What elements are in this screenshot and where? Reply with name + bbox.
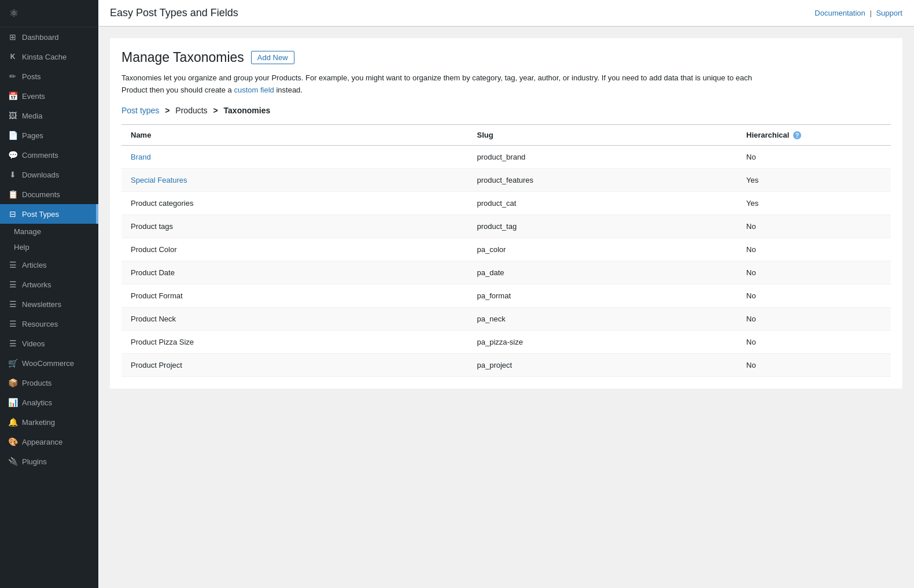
sidebar-item-downloads[interactable]: ⬇ Downloads <box>0 165 98 184</box>
sidebar-item-dashboard[interactable]: ⊞ Dashboard <box>0 27 98 47</box>
sidebar-item-label: Artworks <box>22 280 51 289</box>
artworks-icon: ☰ <box>8 280 17 289</box>
sidebar-item-plugins[interactable]: 🔌 Plugins <box>0 452 98 471</box>
table-row: Product categoriesproduct_catYes <box>121 192 891 215</box>
sidebar: ⚛ ⊞ Dashboard K Kinsta Cache ✏ Posts 📅 E… <box>0 0 98 588</box>
sidebar-item-label: Kinsta Cache <box>22 53 67 61</box>
documentation-link[interactable]: Documentation <box>815 9 865 17</box>
sidebar-item-comments[interactable]: 💬 Comments <box>0 145 98 165</box>
sidebar-item-pages[interactable]: 📄 Pages <box>0 125 98 145</box>
taxonomy-name-cell: Product Neck <box>121 308 468 331</box>
breadcrumb-sep1: > <box>165 106 169 115</box>
taxonomy-name-cell: Product Format <box>121 284 468 308</box>
sidebar-item-resources[interactable]: ☰ Resources <box>0 314 98 334</box>
newsletters-icon: ☰ <box>8 299 17 309</box>
link-separator: | <box>869 9 871 17</box>
description-part1: Taxonomies let you organize and group yo… <box>121 73 752 94</box>
sidebar-item-posts[interactable]: ✏ Posts <box>0 66 98 86</box>
analytics-icon: 📊 <box>8 398 17 407</box>
sidebar-item-label: Newsletters <box>22 300 61 309</box>
taxonomy-name-cell: Product Date <box>121 261 468 284</box>
page-header: Easy Post Types and Fields Documentation… <box>98 0 914 27</box>
sidebar-item-events[interactable]: 📅 Events <box>0 86 98 106</box>
sidebar-item-label: Resources <box>22 320 58 328</box>
taxonomy-name-link[interactable]: Special Features <box>131 176 187 184</box>
breadcrumb-post-types[interactable]: Post types <box>121 106 159 115</box>
products-icon: 📦 <box>8 378 17 387</box>
sidebar-item-videos[interactable]: ☰ Videos <box>0 334 98 353</box>
sidebar-item-documents[interactable]: 📋 Documents <box>0 184 98 204</box>
sidebar-item-label: Events <box>22 92 45 101</box>
taxonomy-slug-cell: product_cat <box>468 192 738 215</box>
appearance-icon: 🎨 <box>8 437 17 446</box>
taxonomy-hierarchical-cell: No <box>737 284 891 308</box>
sidebar-item-appearance[interactable]: 🎨 Appearance <box>0 432 98 452</box>
sidebar-item-label: Analytics <box>22 398 52 407</box>
sidebar-item-label: Downloads <box>22 171 59 179</box>
wp-logo-icon: ⚛ <box>9 7 19 20</box>
taxonomy-name-cell: Product Project <box>121 354 468 377</box>
taxonomy-name-cell: Special Features <box>121 169 468 192</box>
sidebar-logo: ⚛ <box>0 0 98 27</box>
sidebar-item-label: Posts <box>22 72 41 81</box>
table-row: Brandproduct_brandNo <box>121 146 891 169</box>
sidebar-submenu-help[interactable]: Help <box>6 239 98 255</box>
sidebar-item-articles[interactable]: ☰ Articles <box>0 255 98 275</box>
sidebar-item-label: Articles <box>22 261 47 269</box>
comments-icon: 💬 <box>8 150 17 160</box>
table-row: Product Projectpa_projectNo <box>121 354 891 377</box>
table-row: Product Pizza Sizepa_pizza-sizeNo <box>121 331 891 354</box>
hierarchical-info-icon[interactable]: ? <box>793 131 801 139</box>
table-row: Product tagsproduct_tagNo <box>121 215 891 238</box>
sidebar-submenu-manage[interactable]: Manage <box>6 224 98 239</box>
taxonomy-name-cell: Product Pizza Size <box>121 331 468 354</box>
taxonomy-slug-cell: product_features <box>468 169 738 192</box>
sidebar-item-label: Plugins <box>22 457 47 466</box>
taxonomy-slug-cell: product_brand <box>468 146 738 169</box>
sidebar-item-label: Appearance <box>22 438 62 446</box>
custom-field-link[interactable]: custom field <box>234 86 274 94</box>
support-link[interactable]: Support <box>876 9 902 17</box>
description-part2: instead. <box>276 86 303 94</box>
sidebar-item-label: Post Types <box>22 210 59 219</box>
description-text: Taxonomies let you organize and group yo… <box>121 72 758 97</box>
content-area: Manage Taxonomies Add New Taxonomies let… <box>98 27 914 588</box>
woocommerce-icon: 🛒 <box>8 358 17 368</box>
taxonomy-slug-cell: pa_color <box>468 238 738 261</box>
manage-taxonomies-heading: Manage Taxonomies <box>121 50 244 65</box>
manage-label: Manage <box>14 227 41 236</box>
add-new-button[interactable]: Add New <box>251 51 294 64</box>
sidebar-item-label: Products <box>22 379 51 387</box>
articles-icon: ☰ <box>8 260 17 269</box>
sidebar-item-woocommerce[interactable]: 🛒 WooCommerce <box>0 353 98 373</box>
sidebar-item-products[interactable]: 📦 Products <box>0 373 98 393</box>
col-header-slug: Slug <box>468 124 738 146</box>
sidebar-item-kinsta[interactable]: K Kinsta Cache <box>0 47 98 66</box>
table-row: Product Neckpa_neckNo <box>121 308 891 331</box>
downloads-icon: ⬇ <box>8 170 17 179</box>
sidebar-item-analytics[interactable]: 📊 Analytics <box>0 393 98 412</box>
taxonomy-name-cell: Product categories <box>121 192 468 215</box>
taxonomy-slug-cell: product_tag <box>468 215 738 238</box>
sidebar-item-media[interactable]: 🖼 Media <box>0 106 98 125</box>
post-types-icon: ⊟ <box>8 209 17 219</box>
taxonomy-hierarchical-cell: No <box>737 261 891 284</box>
taxonomy-name-cell: Product Color <box>121 238 468 261</box>
sidebar-submenu-post-types: Manage Help <box>0 224 98 255</box>
sidebar-item-label: Media <box>22 112 42 120</box>
help-label: Help <box>14 243 30 252</box>
sidebar-item-label: Videos <box>22 339 45 348</box>
sidebar-item-artworks[interactable]: ☰ Artworks <box>0 275 98 294</box>
main-content: Easy Post Types and Fields Documentation… <box>98 0 914 588</box>
taxonomy-name-cell: Product tags <box>121 215 468 238</box>
taxonomy-name-link[interactable]: Brand <box>131 153 151 161</box>
taxonomy-hierarchical-cell: Yes <box>737 169 891 192</box>
documents-icon: 📋 <box>8 190 17 199</box>
videos-icon: ☰ <box>8 339 17 348</box>
breadcrumb-products: Products <box>175 106 207 115</box>
taxonomy-hierarchical-cell: No <box>737 146 891 169</box>
sidebar-item-newsletters[interactable]: ☰ Newsletters <box>0 294 98 314</box>
col-header-hierarchical: Hierarchical ? <box>737 124 891 146</box>
sidebar-item-marketing[interactable]: 🔔 Marketing <box>0 412 98 432</box>
sidebar-item-post-types[interactable]: ⊟ Post Types <box>0 204 98 224</box>
